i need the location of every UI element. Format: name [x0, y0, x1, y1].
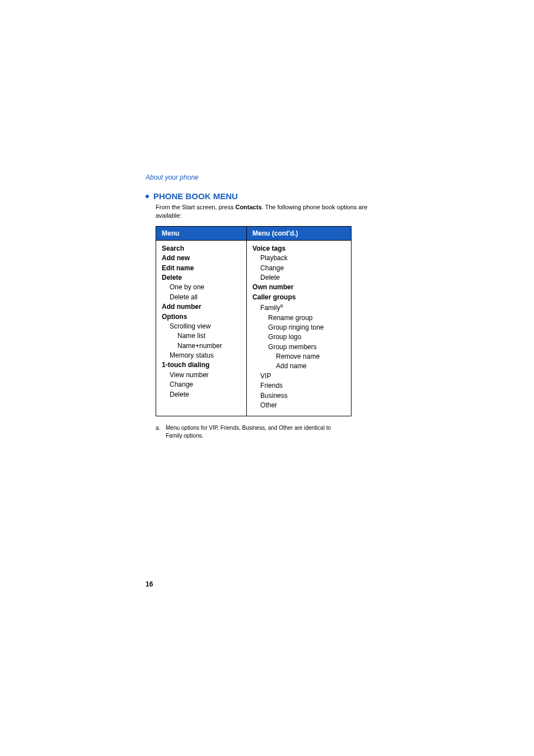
menu-item-scrolling-view: Scrolling view: [162, 322, 210, 331]
menu-cell-right: Voice tags Playback Change Delete Own nu…: [247, 240, 352, 416]
menu-item-voice-tags: Voice tags: [252, 244, 345, 253]
menu-item-add-name: Add name: [252, 361, 307, 371]
bullet-icon: [146, 195, 149, 198]
menu-item-edit-name: Edit name: [162, 264, 241, 273]
intro-prefix: From the Start screen, press: [156, 204, 235, 210]
menu-item-caller-groups: Caller groups: [252, 293, 345, 302]
menu-item-name-number: Name+number: [162, 341, 222, 351]
menu-item-family-sup: a: [280, 303, 283, 308]
menu-item-family: Familya: [252, 302, 283, 313]
menu-item-search: Search: [162, 244, 241, 253]
menu-item-change: Change: [162, 380, 193, 389]
menu-item-one-by-one: One by one: [162, 283, 204, 292]
footnote-text: Menu options for VIP, Friends, Business,…: [166, 424, 345, 439]
menu-item-group-logo: Group logo: [252, 332, 301, 342]
menu-cell-left: Search Add new Edit name Delete One by o…: [156, 240, 247, 416]
table-header-row: Menu Menu (cont'd.): [156, 226, 352, 240]
menu-item-group-ringing: Group ringing tone: [252, 323, 324, 332]
menu-item-rename-group: Rename group: [252, 313, 312, 323]
menu-item-delete-all: Delete all: [162, 293, 198, 302]
document-page: About your phone PHONE BOOK MENU From th…: [0, 0, 534, 756]
menu-item-options: Options: [162, 312, 241, 322]
menu-item-remove-name: Remove name: [252, 352, 320, 361]
menu-item-vip: VIP: [252, 372, 271, 381]
intro-bold: Contacts: [235, 204, 261, 210]
menu-item-delete2: Delete: [162, 390, 189, 400]
menu-item-view-number: View number: [162, 370, 209, 380]
page-number: 16: [146, 580, 153, 588]
menu-item-add-number: Add number: [162, 302, 241, 312]
menu-item-memory-status: Memory status: [162, 351, 214, 360]
table-header-left: Menu: [156, 226, 247, 240]
menu-item-name-list: Name list: [162, 331, 205, 341]
menu-item-business: Business: [252, 391, 288, 401]
section-heading: PHONE BOOK MENU: [146, 191, 388, 201]
breadcrumb: About your phone: [146, 173, 388, 181]
menu-item-friends: Friends: [252, 381, 283, 391]
menu-item-group-members: Group members: [252, 342, 317, 352]
menu-item-change-r: Change: [252, 264, 284, 273]
menu-item-one-touch: 1-touch dialing: [162, 360, 241, 370]
table-row: Search Add new Edit name Delete One by o…: [156, 240, 352, 416]
menu-item-add-new: Add new: [162, 253, 241, 263]
menu-item-other: Other: [252, 401, 277, 410]
section-heading-text: PHONE BOOK MENU: [153, 191, 238, 201]
footnote-marker: a.: [156, 424, 166, 432]
intro-text: From the Start screen, press Contacts. T…: [156, 203, 388, 220]
table-header-right: Menu (cont'd.): [247, 226, 352, 240]
menu-item-family-text: Family: [260, 304, 280, 312]
menu-item-playback: Playback: [252, 253, 288, 263]
footnote: a.Menu options for VIP, Friends, Busines…: [156, 424, 357, 439]
menu-item-delete-r: Delete: [252, 273, 280, 283]
menu-item-own-number: Own number: [252, 283, 345, 292]
menu-table: Menu Menu (cont'd.) Search Add new Edit …: [156, 226, 352, 417]
menu-item-delete: Delete: [162, 273, 241, 283]
